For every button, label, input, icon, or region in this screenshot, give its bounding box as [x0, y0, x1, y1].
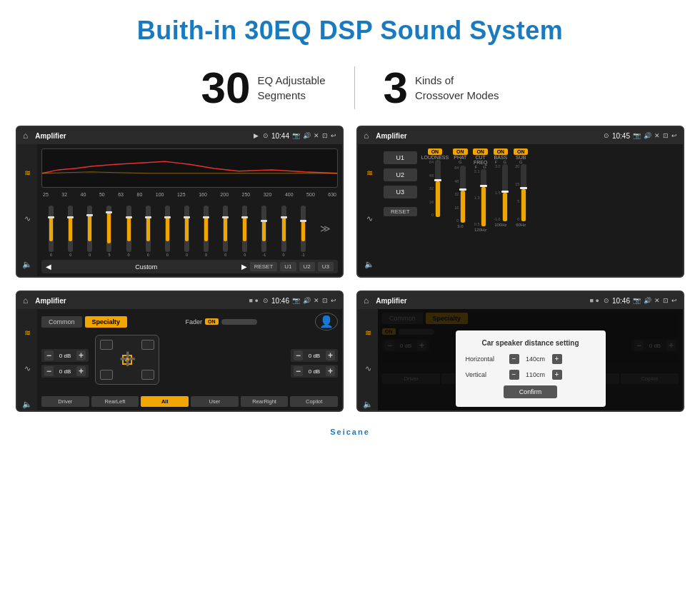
rearleft-btn[interactable]: RearLeft	[91, 396, 139, 407]
slider-10[interactable]: 0	[223, 206, 228, 257]
speaker-down-icon[interactable]: 🔈	[22, 260, 32, 269]
stat-crossover-text: Kinds of Crossover Modes	[415, 73, 499, 103]
slider-6[interactable]: 0	[146, 206, 151, 257]
home-icon[interactable]: ⌂	[23, 131, 28, 141]
window-icon2[interactable]: ⊡	[663, 132, 669, 139]
u3-btn[interactable]: U3	[318, 262, 334, 271]
u3-crossover[interactable]: U3	[384, 186, 417, 198]
bass-on[interactable]: ON	[494, 148, 509, 155]
slider-7[interactable]: 0	[165, 206, 170, 257]
db-val-1: 0 dB	[55, 353, 75, 359]
eq-icon3[interactable]: ≋	[24, 328, 31, 338]
vertical-minus[interactable]: −	[509, 370, 519, 380]
sub-on[interactable]: ON	[514, 148, 529, 155]
close-icon4[interactable]: ✕	[654, 297, 660, 304]
screen4-topbar: ⌂ Amplifier ■ ● ⊙ 10:46 📷 🔊 ✕ ⊡ ↩	[358, 292, 683, 309]
location-icon: ⊙	[263, 132, 269, 139]
slider-8[interactable]: 0	[184, 206, 189, 257]
rec-dot4: ■ ●	[590, 297, 599, 304]
loudness-name: LOUDNESS	[421, 155, 449, 160]
speaker-icon2[interactable]: 🔈	[364, 260, 374, 269]
home-icon4[interactable]: ⌂	[364, 296, 369, 306]
screen-dialog: ⌂ Amplifier ■ ● ⊙ 10:46 📷 🔊 ✕ ⊡ ↩ ≋ ∿ 🔈	[356, 291, 684, 412]
slider-9[interactable]: 0	[204, 206, 209, 257]
db-plus-4[interactable]: +	[326, 366, 335, 376]
db-minus-3[interactable]: −	[294, 350, 303, 360]
wave-icon2[interactable]: ∿	[366, 214, 373, 223]
crossover-reset[interactable]: RESET	[384, 207, 417, 216]
slider-13[interactable]: 0	[281, 206, 286, 257]
home-icon3[interactable]: ⌂	[23, 296, 28, 306]
driver-btn[interactable]: Driver	[41, 396, 89, 407]
phat-track[interactable]	[460, 166, 466, 223]
fader-slider[interactable]	[221, 319, 257, 325]
wave-icon3[interactable]: ∿	[24, 364, 31, 373]
next-btn[interactable]: ▶	[241, 263, 247, 271]
common-tab[interactable]: Common	[41, 316, 82, 328]
slider-2[interactable]: 0	[68, 206, 73, 257]
back-icon[interactable]: ↩	[331, 132, 336, 139]
slider-3[interactable]: 0	[87, 206, 92, 257]
screen4-time: 10:46	[612, 297, 630, 305]
cutfreq-on[interactable]: ON	[473, 148, 488, 155]
band-sub: ON SUB G 201550 60Hz	[512, 148, 529, 227]
sub-track[interactable]	[521, 164, 526, 221]
u2-btn[interactable]: U2	[299, 262, 315, 271]
loudness-on[interactable]: ON	[428, 148, 443, 155]
confirm-btn[interactable]: Confirm	[504, 385, 558, 398]
db-minus-4[interactable]: −	[294, 366, 303, 376]
loudness-track[interactable]	[435, 160, 441, 217]
slider-4[interactable]: 5	[106, 206, 111, 257]
slider-5[interactable]: 0	[126, 206, 131, 257]
u1-btn[interactable]: U1	[280, 262, 296, 271]
all-btn[interactable]: All	[141, 396, 189, 407]
cutfreq-track[interactable]	[481, 169, 486, 226]
vertical-plus[interactable]: +	[552, 370, 562, 380]
db-plus-1[interactable]: +	[76, 350, 86, 360]
speaker-icon3[interactable]: 🔈	[22, 400, 32, 409]
close-icon2[interactable]: ✕	[654, 132, 660, 139]
slider-1[interactable]: 0	[49, 206, 54, 257]
location-icon4: ⊙	[604, 297, 609, 304]
screen1-time: 10:44	[271, 132, 289, 140]
screen1-side-icons: ≋ ∿ 🔈	[17, 144, 37, 278]
window-icon3[interactable]: ⊡	[322, 297, 328, 304]
horizontal-minus[interactable]: −	[509, 354, 519, 364]
prev-btn[interactable]: ◀	[46, 263, 51, 271]
wave-icon4[interactable]: ∿	[365, 364, 371, 373]
on-badge3[interactable]: ON	[205, 318, 219, 325]
window-icon4[interactable]: ⊡	[663, 297, 669, 304]
reset-btn[interactable]: RESET	[250, 262, 278, 271]
user-btn[interactable]: User	[191, 396, 239, 407]
u1-crossover[interactable]: U1	[384, 151, 417, 164]
eq-icon2[interactable]: ≋	[366, 168, 373, 178]
u2-crossover[interactable]: U2	[384, 168, 417, 181]
close-icon3[interactable]: ✕	[314, 297, 319, 304]
eq-icon[interactable]: ≋	[24, 168, 31, 178]
slider-14[interactable]: -1	[301, 206, 306, 257]
back-icon2[interactable]: ↩	[671, 132, 677, 139]
horizontal-plus[interactable]: +	[552, 354, 562, 364]
copilot-btn[interactable]: Copilot	[290, 396, 338, 407]
phat-on[interactable]: ON	[453, 148, 468, 155]
eq-icon4[interactable]: ≋	[365, 328, 371, 338]
db-minus-2[interactable]: −	[44, 366, 54, 376]
bass-track[interactable]	[502, 164, 508, 221]
rearright-btn[interactable]: RearRight	[241, 396, 289, 407]
speaker-icon4[interactable]: 🔈	[363, 400, 373, 409]
db-plus-2[interactable]: +	[76, 366, 86, 376]
db-plus-3[interactable]: +	[326, 350, 335, 360]
back-icon4[interactable]: ↩	[671, 297, 677, 304]
slider-12[interactable]: -1	[261, 206, 266, 257]
wave-icon[interactable]: ∿	[24, 214, 31, 223]
dialog-title: Car speaker distance setting	[466, 339, 596, 347]
specialty-tab[interactable]: Specialty	[85, 316, 128, 328]
page-title: Buith-in 30EQ DSP Sound System	[0, 0, 700, 53]
window-icon[interactable]: ⊡	[322, 132, 328, 139]
slider-11[interactable]: 0	[242, 206, 247, 257]
back-icon3[interactable]: ↩	[331, 297, 336, 304]
close-icon[interactable]: ✕	[314, 132, 319, 139]
db-minus-1[interactable]: −	[44, 350, 54, 360]
home-icon2[interactable]: ⌂	[364, 131, 369, 141]
expand-icon[interactable]: ≫	[320, 223, 331, 234]
